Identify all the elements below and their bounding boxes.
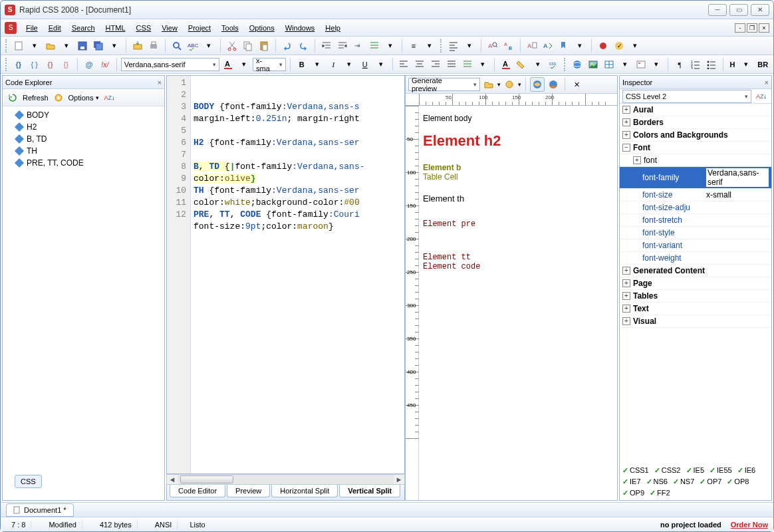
tree-item[interactable]: H2 <box>4 121 163 133</box>
tree-item[interactable]: B, TD <box>4 133 163 145</box>
text-align-left[interactable] <box>396 57 411 72</box>
expand-icon[interactable]: + <box>622 292 630 300</box>
expand-icon[interactable]: + <box>622 118 630 126</box>
expand-icon[interactable]: + <box>622 267 630 275</box>
paste-button[interactable] <box>257 39 271 53</box>
expand-icon[interactable]: + <box>622 106 630 114</box>
editor-tab[interactable]: Code Editor <box>170 485 225 497</box>
expand-icon[interactable]: + <box>622 317 630 325</box>
redo-button[interactable] <box>296 39 311 53</box>
underline-button[interactable]: U <box>358 57 372 72</box>
font-color-button[interactable]: A <box>221 57 235 72</box>
preview-close-button[interactable]: ✕ <box>569 77 584 92</box>
find-button[interactable]: A <box>485 39 500 53</box>
validate-button[interactable]: ✓ <box>612 39 626 53</box>
bookmark-button[interactable] <box>557 39 571 53</box>
inspector-category[interactable]: +Colors and Backgrounds <box>620 129 771 142</box>
braces2-button[interactable]: { } <box>27 57 42 72</box>
menu-help[interactable]: Help <box>320 21 346 35</box>
form-button[interactable] <box>634 57 648 72</box>
whitespace-button[interactable]: ⇥ <box>351 39 366 53</box>
bold-dropdown[interactable]: ▾ <box>311 57 325 72</box>
braces1-button[interactable]: {} <box>11 57 26 72</box>
link-button[interactable] <box>570 57 584 72</box>
bookmark-dropdown[interactable]: ▾ <box>573 39 587 53</box>
goto-button[interactable]: A <box>541 39 555 53</box>
italic-dropdown[interactable]: ▾ <box>342 57 356 72</box>
expand-icon[interactable]: + <box>633 156 641 164</box>
css-check-button[interactable]: css <box>547 57 561 72</box>
menu-project[interactable]: Project <box>183 21 216 35</box>
inspector-category[interactable]: +Page <box>620 277 771 290</box>
tree-item[interactable]: PRE, TT, CODE <box>4 157 163 169</box>
braces3-button[interactable]: {} <box>43 57 58 72</box>
format-button[interactable]: ≡ <box>406 39 421 53</box>
text-align-right[interactable] <box>428 57 443 72</box>
undo-button[interactable] <box>280 39 295 53</box>
mdi-restore[interactable]: ❐ <box>747 23 757 33</box>
heading-button[interactable]: H <box>727 61 738 68</box>
table-button[interactable] <box>602 57 616 72</box>
form-dropdown[interactable]: ▾ <box>649 57 664 72</box>
menu-html[interactable]: HTML <box>100 21 131 35</box>
new-file-button[interactable] <box>11 39 26 53</box>
inspector-property[interactable]: font-stretch <box>620 214 771 227</box>
css-side-tab[interactable]: CSS <box>15 475 42 488</box>
font-dropdown[interactable]: ▾ <box>237 57 251 72</box>
new-dropdown[interactable]: ▾ <box>27 39 42 53</box>
italic-button[interactable]: I <box>326 57 340 72</box>
heading-dropdown[interactable]: ▾ <box>739 57 754 72</box>
mdi-close[interactable]: × <box>759 23 769 33</box>
code-area[interactable]: BODY {font-family:Verdana,sans-s margin-… <box>191 76 404 473</box>
tree-item[interactable]: BODY <box>4 109 163 121</box>
save-dropdown[interactable]: ▾ <box>107 39 122 53</box>
valign-dropdown[interactable]: ▾ <box>475 57 490 72</box>
inspector-category[interactable]: +Text <box>620 303 771 315</box>
maximize-button[interactable]: ▭ <box>729 4 748 16</box>
comment-button[interactable] <box>367 39 382 53</box>
firefox-browser-button[interactable] <box>546 77 561 92</box>
expand-icon[interactable]: + <box>622 305 630 313</box>
menu-options[interactable]: Options <box>244 21 280 35</box>
preview-open-button[interactable] <box>481 77 496 92</box>
indent-button[interactable] <box>319 39 334 53</box>
save-all-button[interactable] <box>91 39 106 53</box>
at-rule-button[interactable]: @ <box>82 57 96 72</box>
minimize-button[interactable]: ─ <box>708 4 727 16</box>
options-icon[interactable] <box>51 90 66 105</box>
inspector-property[interactable]: font-style <box>620 227 771 239</box>
options-button[interactable]: Options <box>68 94 94 102</box>
inspector-property[interactable]: font-familyVerdana,sans-serif <box>620 167 771 189</box>
tree-item[interactable]: TH <box>4 145 163 157</box>
menu-view[interactable]: View <box>156 21 183 35</box>
print-button[interactable] <box>146 39 161 53</box>
bg-dropdown[interactable]: ▾ <box>531 57 545 72</box>
expand-icon[interactable]: − <box>622 144 630 152</box>
mdi-minimize[interactable]: - <box>735 23 745 33</box>
inspector-subcategory[interactable]: +font <box>620 154 771 167</box>
inspector-property[interactable]: font-size-adju <box>620 201 771 214</box>
inspector-sort-button[interactable]: AZ↓ <box>754 89 769 104</box>
text-color-button[interactable]: A <box>499 57 513 72</box>
css-level-combo[interactable]: CSS Level 2 <box>622 90 751 103</box>
bg-color-button[interactable] <box>515 57 529 72</box>
inspector-property[interactable]: font-weight <box>620 252 771 265</box>
menu-file[interactable]: File <box>21 21 43 35</box>
inspector-property[interactable]: font-sizex-small <box>620 189 771 201</box>
code-explorer-close[interactable]: × <box>158 78 162 86</box>
ftp-button[interactable] <box>130 39 145 53</box>
font-family-combo[interactable]: Verdana,sans-serif <box>121 58 220 71</box>
spellcheck-dropdown[interactable]: ▾ <box>201 39 216 53</box>
table-dropdown[interactable]: ▾ <box>618 57 632 72</box>
inspector-category[interactable]: −Font <box>620 142 771 154</box>
underline-dropdown[interactable]: ▾ <box>374 57 388 72</box>
preview-button[interactable] <box>170 39 184 53</box>
document-tab[interactable]: Document1 * <box>6 503 74 517</box>
inspector-category[interactable]: +Generated Content <box>620 265 771 277</box>
braces4-button[interactable]: {} <box>59 57 73 72</box>
close-button[interactable]: ✕ <box>751 4 769 16</box>
menu-windows[interactable]: Windows <box>280 21 321 35</box>
editor-tab[interactable]: Vertical Split <box>339 485 400 497</box>
menu-tools[interactable]: Tools <box>216 21 244 35</box>
expand-icon[interactable]: + <box>622 279 630 287</box>
